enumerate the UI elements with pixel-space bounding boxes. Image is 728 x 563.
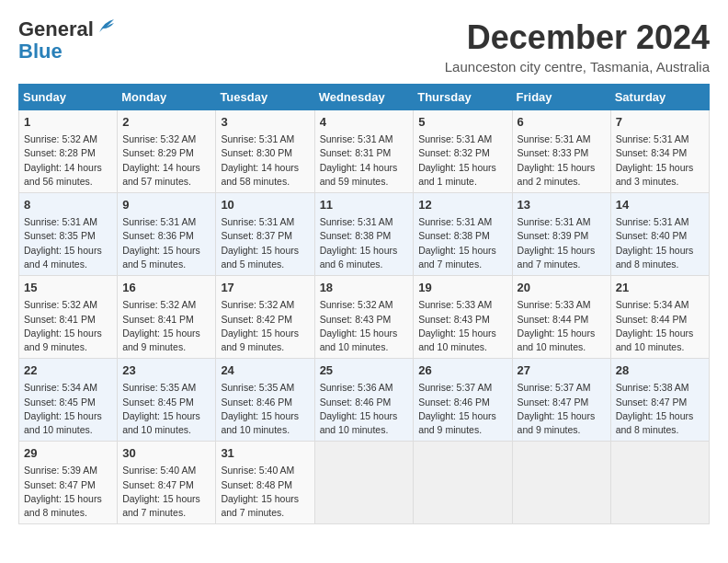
table-cell: 15Sunrise: 5:32 AMSunset: 8:41 PMDayligh… bbox=[19, 276, 118, 359]
logo-blue: Blue bbox=[18, 40, 63, 63]
day-number: 13 bbox=[518, 197, 606, 213]
col-sunday: Sunday bbox=[19, 85, 118, 110]
day-info: Sunrise: 5:34 AMSunset: 8:44 PMDaylight:… bbox=[616, 298, 704, 354]
calendar-row: 1Sunrise: 5:32 AMSunset: 8:28 PMDaylight… bbox=[19, 110, 710, 193]
day-number: 15 bbox=[24, 280, 112, 296]
table-cell: 12Sunrise: 5:31 AMSunset: 8:38 PMDayligh… bbox=[414, 193, 512, 276]
table-cell bbox=[314, 442, 414, 524]
day-number: 29 bbox=[24, 445, 112, 462]
day-info: Sunrise: 5:31 AMSunset: 8:32 PMDaylight:… bbox=[418, 132, 506, 189]
day-number: 4 bbox=[320, 114, 409, 131]
day-number: 2 bbox=[122, 114, 210, 131]
calendar-body: 1Sunrise: 5:32 AMSunset: 8:28 PMDaylight… bbox=[19, 110, 710, 524]
day-number: 26 bbox=[418, 362, 506, 379]
day-info: Sunrise: 5:32 AMSunset: 8:42 PMDaylight:… bbox=[221, 298, 309, 354]
table-cell: 18Sunrise: 5:32 AMSunset: 8:43 PMDayligh… bbox=[314, 276, 414, 359]
day-number: 11 bbox=[320, 197, 409, 213]
table-cell: 27Sunrise: 5:37 AMSunset: 8:47 PMDayligh… bbox=[512, 359, 610, 442]
day-info: Sunrise: 5:37 AMSunset: 8:47 PMDaylight:… bbox=[518, 381, 606, 437]
table-cell: 1Sunrise: 5:32 AMSunset: 8:28 PMDaylight… bbox=[19, 110, 118, 193]
col-friday: Friday bbox=[512, 85, 610, 110]
day-number: 1 bbox=[24, 114, 112, 131]
table-cell: 11Sunrise: 5:31 AMSunset: 8:38 PMDayligh… bbox=[314, 193, 414, 276]
day-info: Sunrise: 5:31 AMSunset: 8:30 PMDaylight:… bbox=[221, 132, 309, 189]
day-number: 20 bbox=[518, 280, 606, 296]
day-number: 27 bbox=[518, 362, 606, 379]
logo-bird-icon bbox=[96, 19, 116, 36]
calendar-header-row: Sunday Monday Tuesday Wednesday Thursday… bbox=[19, 85, 710, 110]
table-cell: 26Sunrise: 5:37 AMSunset: 8:46 PMDayligh… bbox=[414, 359, 512, 442]
day-number: 30 bbox=[122, 445, 210, 462]
day-number: 22 bbox=[24, 362, 112, 379]
day-number: 16 bbox=[122, 280, 210, 296]
day-info: Sunrise: 5:31 AMSunset: 8:33 PMDaylight:… bbox=[518, 132, 606, 189]
table-cell: 23Sunrise: 5:35 AMSunset: 8:45 PMDayligh… bbox=[118, 359, 216, 442]
table-cell: 22Sunrise: 5:34 AMSunset: 8:45 PMDayligh… bbox=[19, 359, 118, 442]
table-cell: 5Sunrise: 5:31 AMSunset: 8:32 PMDaylight… bbox=[414, 110, 512, 193]
table-cell: 13Sunrise: 5:31 AMSunset: 8:39 PMDayligh… bbox=[512, 193, 610, 276]
location-subtitle: Launceston city centre, Tasmania, Austra… bbox=[445, 59, 710, 75]
day-number: 17 bbox=[221, 280, 309, 296]
col-wednesday: Wednesday bbox=[314, 85, 414, 110]
day-number: 3 bbox=[221, 114, 309, 131]
day-info: Sunrise: 5:31 AMSunset: 8:37 PMDaylight:… bbox=[221, 215, 309, 271]
logo-general: General bbox=[18, 18, 94, 40]
col-thursday: Thursday bbox=[414, 85, 512, 110]
table-cell: 29Sunrise: 5:39 AMSunset: 8:47 PMDayligh… bbox=[19, 442, 118, 524]
col-monday: Monday bbox=[118, 85, 216, 110]
day-number: 5 bbox=[418, 114, 506, 131]
table-cell: 7Sunrise: 5:31 AMSunset: 8:34 PMDaylight… bbox=[610, 110, 709, 193]
day-number: 8 bbox=[24, 197, 112, 213]
table-cell: 14Sunrise: 5:31 AMSunset: 8:40 PMDayligh… bbox=[610, 193, 709, 276]
day-info: Sunrise: 5:40 AMSunset: 8:48 PMDaylight:… bbox=[221, 464, 309, 520]
table-cell: 4Sunrise: 5:31 AMSunset: 8:31 PMDaylight… bbox=[314, 110, 414, 193]
day-info: Sunrise: 5:35 AMSunset: 8:46 PMDaylight:… bbox=[221, 381, 309, 437]
day-number: 9 bbox=[122, 197, 210, 213]
title-block: December 2024 Launceston city centre, Ta… bbox=[445, 18, 710, 75]
calendar-row: 22Sunrise: 5:34 AMSunset: 8:45 PMDayligh… bbox=[19, 359, 710, 442]
day-info: Sunrise: 5:31 AMSunset: 8:38 PMDaylight:… bbox=[418, 215, 506, 271]
table-cell: 17Sunrise: 5:32 AMSunset: 8:42 PMDayligh… bbox=[216, 276, 314, 359]
day-info: Sunrise: 5:31 AMSunset: 8:31 PMDaylight:… bbox=[320, 132, 409, 189]
calendar-row: 15Sunrise: 5:32 AMSunset: 8:41 PMDayligh… bbox=[19, 276, 710, 359]
month-title: December 2024 bbox=[445, 18, 710, 57]
day-number: 25 bbox=[320, 362, 409, 379]
day-info: Sunrise: 5:32 AMSunset: 8:41 PMDaylight:… bbox=[24, 298, 112, 354]
page-header: General Blue December 2024 Launceston ci… bbox=[18, 18, 710, 75]
day-number: 19 bbox=[418, 280, 506, 296]
table-cell: 21Sunrise: 5:34 AMSunset: 8:44 PMDayligh… bbox=[610, 276, 709, 359]
day-info: Sunrise: 5:32 AMSunset: 8:41 PMDaylight:… bbox=[122, 298, 210, 354]
day-info: Sunrise: 5:32 AMSunset: 8:28 PMDaylight:… bbox=[24, 132, 112, 189]
table-cell: 10Sunrise: 5:31 AMSunset: 8:37 PMDayligh… bbox=[216, 193, 314, 276]
calendar-row: 29Sunrise: 5:39 AMSunset: 8:47 PMDayligh… bbox=[19, 442, 710, 524]
table-cell: 6Sunrise: 5:31 AMSunset: 8:33 PMDaylight… bbox=[512, 110, 610, 193]
day-number: 12 bbox=[418, 197, 506, 213]
day-info: Sunrise: 5:32 AMSunset: 8:43 PMDaylight:… bbox=[320, 298, 409, 354]
table-cell bbox=[610, 442, 709, 524]
day-info: Sunrise: 5:33 AMSunset: 8:43 PMDaylight:… bbox=[418, 298, 506, 354]
day-info: Sunrise: 5:36 AMSunset: 8:46 PMDaylight:… bbox=[320, 381, 409, 437]
table-cell: 30Sunrise: 5:40 AMSunset: 8:47 PMDayligh… bbox=[118, 442, 216, 524]
day-info: Sunrise: 5:31 AMSunset: 8:40 PMDaylight:… bbox=[616, 215, 704, 271]
table-cell: 31Sunrise: 5:40 AMSunset: 8:48 PMDayligh… bbox=[216, 442, 314, 524]
table-cell: 9Sunrise: 5:31 AMSunset: 8:36 PMDaylight… bbox=[118, 193, 216, 276]
day-info: Sunrise: 5:35 AMSunset: 8:45 PMDaylight:… bbox=[122, 381, 210, 437]
table-cell: 19Sunrise: 5:33 AMSunset: 8:43 PMDayligh… bbox=[414, 276, 512, 359]
day-info: Sunrise: 5:31 AMSunset: 8:35 PMDaylight:… bbox=[24, 215, 112, 271]
table-cell: 16Sunrise: 5:32 AMSunset: 8:41 PMDayligh… bbox=[118, 276, 216, 359]
day-number: 24 bbox=[221, 362, 309, 379]
col-saturday: Saturday bbox=[610, 85, 709, 110]
table-cell: 28Sunrise: 5:38 AMSunset: 8:47 PMDayligh… bbox=[610, 359, 709, 442]
logo: General Blue bbox=[18, 18, 116, 63]
day-number: 31 bbox=[221, 445, 309, 462]
day-number: 28 bbox=[616, 362, 704, 379]
table-cell: 3Sunrise: 5:31 AMSunset: 8:30 PMDaylight… bbox=[216, 110, 314, 193]
day-number: 7 bbox=[616, 114, 704, 131]
day-number: 23 bbox=[122, 362, 210, 379]
table-cell: 2Sunrise: 5:32 AMSunset: 8:29 PMDaylight… bbox=[118, 110, 216, 193]
calendar-table: Sunday Monday Tuesday Wednesday Thursday… bbox=[18, 84, 710, 524]
day-info: Sunrise: 5:31 AMSunset: 8:38 PMDaylight:… bbox=[320, 215, 409, 271]
day-number: 6 bbox=[518, 114, 606, 131]
day-info: Sunrise: 5:37 AMSunset: 8:46 PMDaylight:… bbox=[418, 381, 506, 437]
day-number: 14 bbox=[616, 197, 704, 213]
